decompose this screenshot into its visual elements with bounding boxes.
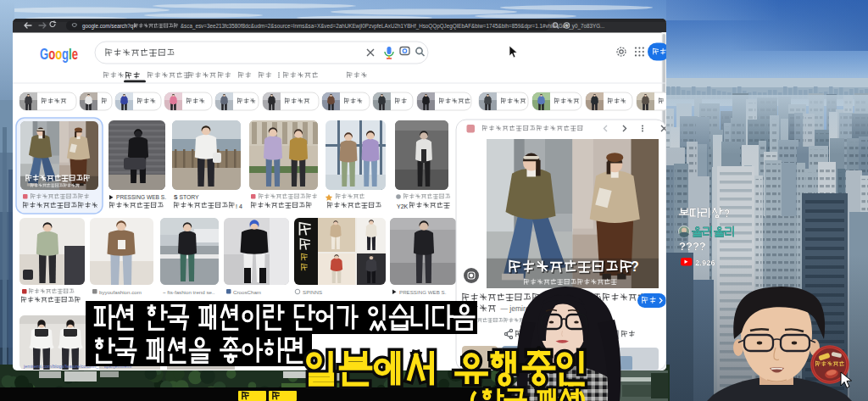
svg-text:????: ???? [679, 240, 706, 253]
svg-text:PRESSING WEB S.: PRESSING WEB S. [116, 194, 166, 200]
svg-text:CroosCham: CroosCham [233, 289, 261, 295]
svg-text:?: ? [724, 208, 730, 220]
svg-text:Google: Google [40, 46, 78, 63]
svg-text:~ fts-fashion trend se..: ~ fts-fashion trend se.. [163, 289, 215, 295]
svg-text:byyoufashion.com: byyoufashion.com [99, 289, 142, 295]
svg-text:?: ? [631, 259, 639, 274]
svg-text:! 4: ! 4 [236, 203, 242, 209]
svg-text:PRESSING WEB S.: PRESSING WEB S. [399, 289, 447, 295]
svg-text:2.926: 2.926 [695, 258, 715, 267]
svg-text:google.com/search?q=: google.com/search?q= [82, 23, 136, 30]
svg-text:S STORY: S STORY [174, 194, 199, 200]
svg-text:&sca_esv=3ee213fc3580f8dc&udm=: &sca_esv=3ee213fc3580f8dc&udm=2&source=l… [181, 23, 605, 30]
svg-text:SPINNS: SPINNS [303, 289, 322, 295]
svg-text:Y2K: Y2K [397, 203, 409, 209]
